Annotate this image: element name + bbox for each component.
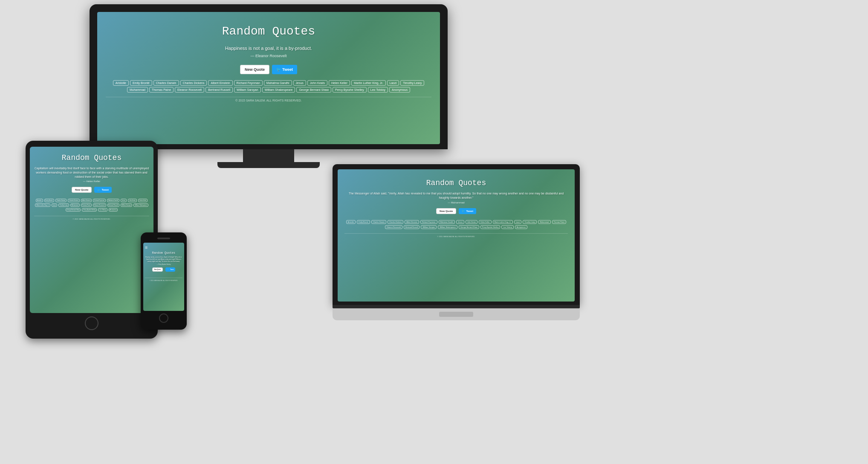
- tag-item[interactable]: Timothy Leary: [523, 220, 537, 224]
- tag-item[interactable]: Emily Brontë: [130, 80, 152, 86]
- tag-item[interactable]: George Bernard Shaw: [296, 87, 331, 93]
- tag-item[interactable]: Albert Einstein: [81, 199, 92, 202]
- phone-title: Random Quotes: [145, 251, 182, 255]
- laptop-new-quote-button[interactable]: New Quote: [436, 208, 456, 214]
- tag-item[interactable]: Bertrand Russell: [404, 225, 420, 229]
- tag-item[interactable]: Martin Luther King, Jr.: [493, 220, 513, 224]
- tag-item[interactable]: Martin Luther King, Jr.: [351, 80, 385, 86]
- phone-speaker: [157, 238, 170, 239]
- tag-item[interactable]: Thomas Paine: [81, 203, 92, 207]
- tag-item[interactable]: Jesus: [293, 80, 306, 86]
- tag-item[interactable]: Helen Keller: [329, 80, 350, 86]
- tag-item[interactable]: Charles Darwin: [153, 80, 179, 86]
- twitter-icon: 🐦: [276, 67, 281, 72]
- monitor-new-quote-button[interactable]: New Quote: [240, 65, 269, 74]
- tablet-tweet-button[interactable]: 🐦 Tweet: [94, 187, 112, 193]
- tag-item[interactable]: Aristotle: [36, 199, 43, 202]
- tag-item[interactable]: Muhammad: [127, 87, 148, 93]
- laptop-hinge: [333, 305, 580, 308]
- tag-item[interactable]: George Bernard Shaw: [459, 225, 479, 229]
- tag-item[interactable]: John Keats: [466, 220, 477, 224]
- tag-item[interactable]: Mahatma Gandhi: [264, 80, 292, 86]
- tag-item[interactable]: John Keats: [307, 80, 327, 86]
- tag-item[interactable]: Helen Keller: [479, 220, 492, 224]
- tag-item[interactable]: Charles Dickens: [180, 80, 207, 86]
- tag-item[interactable]: Aristotle: [113, 80, 129, 86]
- tag-item[interactable]: Leo Tolstoy: [501, 225, 513, 229]
- scene: Random Quotes Happiness is not a goal, i…: [0, 0, 868, 464]
- tag-item[interactable]: Thomas Paine: [149, 87, 174, 93]
- tag-item[interactable]: Helen Keller: [138, 199, 148, 202]
- tag-item[interactable]: Bertrand Russell: [107, 203, 119, 207]
- tag-item[interactable]: Richard Feynman: [93, 199, 106, 202]
- tag-item[interactable]: Timothy Leary: [400, 80, 424, 86]
- tablet-footer: © 2015 SARA SALEM. ALL RIGHTS RESERVED.: [34, 216, 149, 220]
- laptop-tweet-button[interactable]: 🐦 Tweet: [459, 208, 476, 214]
- tag-item[interactable]: Thomas Paine: [552, 220, 567, 224]
- tag-item[interactable]: Percy Bysshe Shelley: [82, 208, 97, 212]
- tag-item[interactable]: Charles Dickens: [388, 220, 403, 224]
- tag-item[interactable]: Laozi: [514, 220, 522, 224]
- tag-item[interactable]: William Saroyan: [421, 225, 437, 229]
- laptop-device: Random Quotes The Messenger of Allah sai…: [333, 164, 580, 320]
- laptop-footer: © 2015 SARA SALEM. ALL RIGHTS RESERVED.: [344, 233, 568, 238]
- tag-item[interactable]: Emily Brontë: [44, 199, 54, 202]
- tag-item[interactable]: Leo Tolstoy: [368, 87, 388, 93]
- tag-item[interactable]: Eleanor Roosevelt: [385, 225, 402, 229]
- tag-item[interactable]: Anonymous: [389, 87, 410, 93]
- tag-item[interactable]: Jesus: [121, 199, 127, 202]
- tag-item[interactable]: Richard Feynman: [420, 220, 437, 224]
- tag-item[interactable]: William Shakespeare: [438, 225, 457, 229]
- laptop-screen-body: Random Quotes The Messenger of Allah sai…: [333, 164, 580, 305]
- tag-item[interactable]: Charles Dickens: [68, 199, 80, 202]
- monitor-footer: © 2015 SARA SALEM. ALL RIGHTS RESERVED.: [106, 97, 431, 102]
- tag-item[interactable]: Emily Brontë: [357, 220, 370, 224]
- monitor-tweet-button[interactable]: 🐦 Tweet: [272, 65, 297, 74]
- tag-item[interactable]: Muhammad: [70, 203, 80, 207]
- tag-item[interactable]: Leo Tolstoy: [98, 208, 107, 212]
- tablet-title: Random Quotes: [34, 154, 149, 162]
- tag-item[interactable]: Jesus: [456, 220, 464, 224]
- tag-item[interactable]: Laozi: [52, 203, 57, 207]
- tag-item[interactable]: Mahatma Gandhi: [439, 220, 455, 224]
- tag-item[interactable]: Bertrand Russell: [205, 87, 233, 93]
- laptop-keyboard: [333, 308, 580, 320]
- phone-device: ☰ Random Quotes Rarely, rarely, comest t…: [141, 232, 187, 330]
- phone-home-button[interactable]: [159, 313, 168, 323]
- laptop-screen: Random Quotes The Messenger of Allah sai…: [338, 169, 575, 302]
- tablet-device: Random Quotes Capitalism will inevitably…: [26, 141, 158, 339]
- tag-item[interactable]: Timothy Leary: [58, 203, 69, 207]
- tag-item[interactable]: Muhammad: [538, 220, 550, 224]
- laptop-tags: AristotleEmily BrontëCharles DarwinCharl…: [344, 220, 568, 229]
- phone-new-quote-button[interactable]: New Quote: [152, 267, 163, 272]
- tag-item[interactable]: Albert Einstein: [405, 220, 419, 224]
- tag-item[interactable]: George Bernard Shaw: [66, 208, 81, 212]
- tag-item[interactable]: William Shakespeare: [262, 87, 295, 93]
- tag-item[interactable]: Albert Einstein: [208, 80, 232, 86]
- phone-tweet-button[interactable]: 🐦 Tweet: [165, 267, 175, 272]
- tag-item[interactable]: William Shakespeare: [133, 203, 148, 207]
- tag-item[interactable]: John Keats: [128, 199, 137, 202]
- monitor-base: [217, 162, 320, 168]
- tag-item[interactable]: Martin Luther King, Jr.: [35, 203, 50, 207]
- tag-item[interactable]: William Saroyan: [234, 87, 261, 93]
- tag-item[interactable]: Aristotle: [346, 220, 356, 224]
- tag-item[interactable]: Charles Darwin: [55, 199, 67, 202]
- tag-item[interactable]: Anonymous: [109, 208, 118, 212]
- tag-item[interactable]: Percy Bysshe Shelley: [333, 87, 367, 93]
- tag-item[interactable]: Anonymous: [515, 225, 527, 229]
- twitter-icon-tablet: 🐦: [97, 188, 100, 191]
- phone-menu-icon: ☰: [145, 246, 182, 249]
- tablet-new-quote-button[interactable]: New Quote: [72, 187, 92, 193]
- tag-item[interactable]: Laozi: [387, 80, 399, 86]
- laptop-btn-group: New Quote 🐦 Tweet: [344, 208, 568, 214]
- tag-item[interactable]: Mahatma Gandhi: [107, 199, 119, 202]
- tag-item[interactable]: Percy Bysshe Shelley: [480, 225, 501, 229]
- tag-item[interactable]: Charles Darwin: [371, 220, 386, 224]
- phone-screen: ☰ Random Quotes Rarely, rarely, comest t…: [143, 243, 184, 311]
- tag-item[interactable]: William Saroyan: [121, 203, 133, 207]
- tag-item[interactable]: Eleanor Roosevelt: [93, 203, 106, 207]
- tag-item[interactable]: Eleanor Roosevelt: [175, 87, 204, 93]
- tablet-home-button[interactable]: [85, 316, 98, 330]
- tag-item[interactable]: Richard Feynman: [234, 80, 263, 86]
